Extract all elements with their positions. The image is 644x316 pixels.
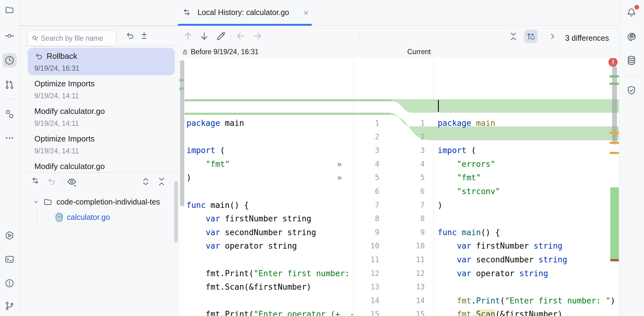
pull-requests-icon[interactable] bbox=[2, 78, 17, 92]
code-line[interactable]: "fmt" bbox=[438, 171, 619, 185]
previous-change-icon[interactable] bbox=[182, 31, 194, 42]
left-activity-bar bbox=[0, 0, 19, 316]
code-line[interactable]: "errors" bbox=[438, 157, 619, 171]
create-patch-icon[interactable] bbox=[139, 31, 149, 41]
code-line[interactable] bbox=[438, 212, 619, 226]
code-line[interactable]: func main() { bbox=[438, 226, 619, 239]
more-icon[interactable] bbox=[2, 131, 17, 145]
code-line[interactable]: fmt.Print("Enter operator (+, -, *, /): … bbox=[186, 307, 355, 316]
back-icon[interactable] bbox=[235, 31, 246, 42]
code-line[interactable]: fmt.Print("Enter first number: ") bbox=[438, 294, 619, 308]
local-history-icon[interactable] bbox=[2, 53, 17, 67]
code-line[interactable]: var firstNumber string bbox=[438, 239, 619, 253]
code-line[interactable]: var operator string bbox=[438, 267, 619, 280]
code-line[interactable] bbox=[438, 130, 619, 144]
code-line[interactable]: fmt.Scan(&firstNumber) bbox=[438, 307, 619, 316]
tree-row-file[interactable]: calculator.go bbox=[19, 210, 174, 225]
next-change-icon[interactable] bbox=[199, 31, 210, 42]
rollback-icon[interactable] bbox=[125, 31, 135, 41]
ok-stripe-mark[interactable] bbox=[610, 75, 619, 77]
warning-stripe-mark[interactable] bbox=[610, 142, 619, 144]
code-line[interactable] bbox=[186, 253, 355, 267]
code-line[interactable] bbox=[186, 185, 355, 198]
problems-icon[interactable] bbox=[2, 276, 17, 290]
ai-assistant-icon[interactable] bbox=[624, 29, 638, 43]
shield-icon[interactable] bbox=[624, 83, 638, 97]
services-icon[interactable] bbox=[2, 228, 17, 243]
revert-icon[interactable] bbox=[46, 176, 56, 187]
change-marker-icon[interactable]: » bbox=[337, 171, 342, 185]
sync-scroll-button[interactable] bbox=[524, 30, 538, 43]
code-line[interactable]: fmt.Print("Enter first number: ") bbox=[186, 267, 355, 280]
tree-scrollbar[interactable] bbox=[174, 181, 178, 243]
diff-right-pane[interactable]: package main import ( "errors" "fmt" "st… bbox=[438, 116, 619, 316]
commit-icon[interactable] bbox=[2, 29, 17, 43]
chevron-right-icon[interactable] bbox=[548, 32, 557, 41]
edit-source-icon[interactable] bbox=[216, 31, 227, 42]
code-line[interactable]: package main bbox=[438, 116, 619, 130]
line-number: 5 bbox=[396, 171, 425, 185]
folder-icon bbox=[43, 197, 53, 207]
search-input[interactable] bbox=[40, 34, 106, 43]
database-icon[interactable] bbox=[624, 53, 638, 67]
terminal-icon[interactable] bbox=[2, 252, 17, 266]
code-line[interactable]: "strconv" bbox=[438, 185, 619, 198]
code-line[interactable] bbox=[186, 130, 355, 144]
expand-all-icon[interactable] bbox=[140, 176, 151, 187]
close-icon[interactable] bbox=[302, 9, 310, 17]
code-line[interactable]: var secondNumber string bbox=[438, 253, 619, 267]
line-number: 14 bbox=[396, 294, 425, 308]
code-line[interactable]: package main bbox=[186, 116, 355, 130]
revision-item[interactable]: Optimize Imports9/19/24, 14:11 bbox=[28, 75, 175, 103]
tab-title: Local History: calculator.go bbox=[197, 8, 289, 17]
code-line[interactable]: import ( bbox=[186, 144, 355, 157]
code-line[interactable]: var operator string bbox=[186, 239, 355, 253]
code-line[interactable]: ) bbox=[186, 171, 355, 185]
left-change-mark[interactable] bbox=[179, 88, 184, 90]
git-branch-icon[interactable] bbox=[2, 299, 17, 313]
revision-item[interactable]: Optimize Imports9/19/24, 14:11 bbox=[28, 130, 175, 158]
forward-icon[interactable] bbox=[252, 31, 263, 42]
project-icon[interactable] bbox=[2, 3, 17, 17]
left-change-mark[interactable] bbox=[179, 79, 184, 81]
error-stripe-mark[interactable] bbox=[610, 259, 619, 261]
warning-stripe-mark[interactable] bbox=[610, 132, 619, 134]
code-line[interactable]: ) bbox=[438, 198, 619, 212]
line-number: 7 bbox=[396, 198, 425, 212]
revision-item[interactable]: Rollback9/19/24, 16:31 bbox=[28, 48, 175, 75]
code-line[interactable]: var secondNumber string bbox=[186, 226, 355, 239]
ok-stripe-mark[interactable] bbox=[610, 83, 619, 85]
left-pane-scrollbar[interactable] bbox=[180, 60, 184, 206]
change-marker-icon[interactable]: » bbox=[337, 157, 342, 171]
code-line[interactable]: "fmt" bbox=[186, 157, 355, 171]
code-line[interactable]: import ( bbox=[438, 144, 619, 157]
rollback-icon bbox=[34, 51, 44, 61]
code-line[interactable]: fmt.Scan(&firstNumber) bbox=[186, 280, 355, 294]
right-activity-bar bbox=[619, 0, 644, 316]
collapse-all-icon[interactable] bbox=[156, 176, 167, 187]
preview-eye-icon[interactable] bbox=[66, 176, 77, 187]
line-number: 14 bbox=[354, 294, 379, 308]
search-icon bbox=[31, 34, 39, 42]
diff-editor: package main import ( "fmt") func main()… bbox=[179, 58, 619, 316]
line-number: 1 bbox=[354, 116, 379, 130]
warning-stripe-mark[interactable] bbox=[610, 152, 619, 154]
code-line[interactable]: var firstNumber string bbox=[186, 212, 355, 226]
tree-row-root-folder[interactable]: code-completion-individual-tes bbox=[19, 195, 174, 209]
line-number: 8 bbox=[396, 212, 425, 226]
revision-item[interactable]: Modify calculator.go bbox=[28, 158, 175, 172]
revision-item[interactable]: Modify calculator.go9/19/24, 14:11 bbox=[28, 103, 175, 130]
tab-local-history[interactable]: Local History: calculator.go bbox=[178, 0, 312, 26]
diff-left-pane[interactable]: package main import ( "fmt") func main()… bbox=[185, 116, 355, 316]
code-line[interactable]: func main() { bbox=[186, 198, 355, 212]
code-line[interactable] bbox=[438, 280, 619, 294]
insert-stripe-block[interactable] bbox=[610, 187, 619, 261]
activity-bar-divider bbox=[5, 99, 14, 99]
search-field[interactable] bbox=[27, 30, 117, 47]
code-line[interactable] bbox=[186, 294, 355, 308]
notifications-icon[interactable] bbox=[624, 6, 638, 20]
chevron-down-icon[interactable] bbox=[32, 198, 40, 206]
collapse-unchanged-icon[interactable] bbox=[508, 31, 519, 42]
show-diff-icon[interactable] bbox=[30, 176, 40, 187]
modules-icon[interactable] bbox=[2, 107, 17, 121]
